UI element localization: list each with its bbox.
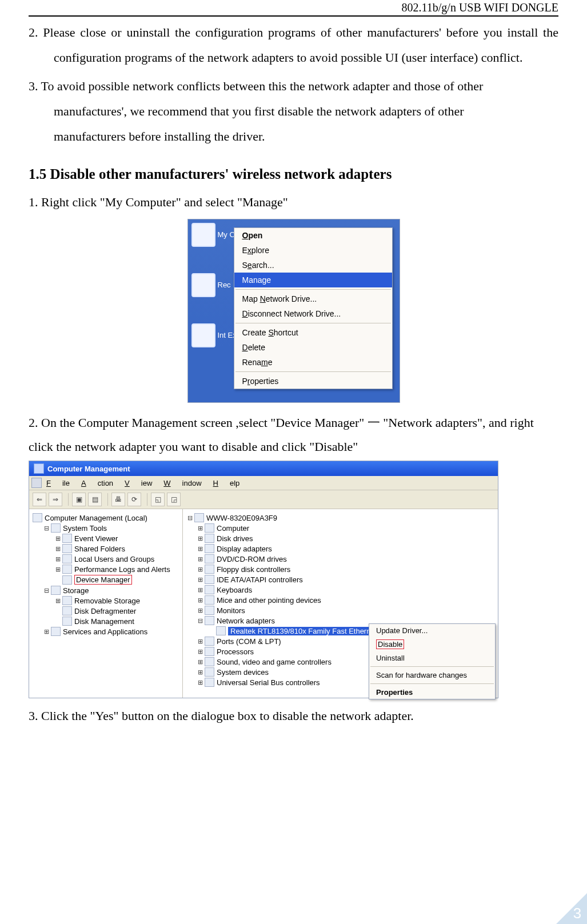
ctx-separator-2 [235,323,391,323]
tree-removable[interactable]: ⊞Removable Storage [31,595,180,606]
tree-defrag[interactable]: Disk Defragmenter [31,606,180,616]
toolbar-sep-2 [107,493,108,506]
cpu-icon [205,647,214,656]
monitor-icon [205,606,214,615]
window-title: Computer Management [47,465,130,473]
split-panes: Computer Management (Local) ⊟System Tool… [29,509,498,698]
tree-event-viewer[interactable]: ⊞Event Viewer [31,533,180,543]
rt-mice[interactable]: ⊞Mice and other pointing devices [185,595,496,605]
rt-floppy-label: Floppy disk controllers [217,565,290,574]
tree-root[interactable]: Computer Management (Local) [31,513,180,523]
nic-icon [216,626,226,635]
tree-perf-logs[interactable]: ⊞Performance Logs and Alerts [31,564,180,574]
ctx-explore[interactable]: Explore [234,243,392,258]
tool-button-a[interactable]: ◱ [151,493,165,506]
step-1: 1. Right click "My Computer" and select … [29,190,558,214]
ctx-separator-3 [235,371,391,372]
tree-system-tools[interactable]: ⊟System Tools [31,523,180,533]
system-menu-icon[interactable] [31,478,42,488]
paragraph-2: 2. Please close or uninstall the configu… [29,20,558,70]
ctx-open[interactable]: Open [234,228,392,243]
figure-device-manager: Computer Management File Action View Win… [29,461,498,698]
rt-ide[interactable]: ⊞IDE ATA/ATAPI controllers [185,574,496,585]
tree-services[interactable]: ⊞Services and Applications [31,626,180,637]
display-icon [205,544,214,553]
local-users-label: Local Users and Groups [74,555,154,563]
rt-root[interactable]: ⊟WWW-8320E09A3F9 [185,513,496,523]
step-2: 2. On the Computer Management screen ,se… [29,411,558,459]
rt-dvd[interactable]: ⊞DVD/CD-ROM drives [185,554,496,564]
shared-folders-icon [62,544,72,553]
rt-display[interactable]: ⊞Display adapters [185,543,496,554]
computer-icon [191,223,215,247]
ctx2-properties[interactable]: Properties [369,686,495,699]
rt-monitors-label: Monitors [217,606,245,615]
ctx-delete[interactable]: Delete [234,340,392,355]
para3-line3: manufacturers before installing the driv… [29,124,558,149]
desktop-icon-ie[interactable]: Int Ex [191,323,237,347]
back-button[interactable]: ⇐ [33,493,46,506]
rt-network-label: Network adapters [217,617,275,625]
tool-button-b[interactable]: ◲ [167,493,181,506]
up-button[interactable]: ▣ [72,493,86,506]
services-label: Services and Applications [63,627,147,636]
ctx2-update-driver[interactable]: Update Driver... [369,624,495,637]
refresh-button[interactable]: ⟳ [127,493,141,506]
ctx-properties[interactable]: Properties [234,374,392,389]
para3-line2: manufactures', we recommend that you fir… [29,99,558,124]
tree-diskmgmt[interactable]: Disk Management [31,616,180,626]
system-devices-icon [205,667,214,677]
rt-monitors[interactable]: ⊞Monitors [185,605,496,615]
menubar: File Action View Window Help [29,476,498,490]
rt-floppy[interactable]: ⊞Floppy disk controllers [185,564,496,574]
services-icon [51,627,61,636]
properties-button[interactable]: ▤ [88,493,102,506]
ctx2-disable[interactable]: Disable [369,637,495,651]
rt-usb-label: Universal Serial Bus controllers [217,678,320,687]
device-manager-icon [62,575,72,585]
desktop-icon-mycomputer[interactable]: My C [191,223,237,247]
ctx2-uninstall[interactable]: Uninstall [369,651,495,665]
tree-shared-folders[interactable]: ⊞Shared Folders [31,543,180,554]
event-viewer-label: Event Viewer [74,534,118,543]
recycle-icon [191,273,215,297]
rt-computer[interactable]: ⊞Computer [185,523,496,533]
diskmgmt-label: Disk Management [74,617,134,626]
disk-icon [205,534,214,543]
ctx-rename[interactable]: Rename [234,355,392,370]
ctx-create-shortcut[interactable]: Create Shortcut [234,325,392,340]
ports-icon [205,637,214,646]
desktop-icon-recycle[interactable]: Rec [191,273,237,297]
tree-storage[interactable]: ⊟Storage [31,585,180,595]
rt-computer-label: Computer [217,524,249,533]
menu-action[interactable]: Action [81,479,113,487]
ctx-search[interactable]: Search... [234,258,392,273]
rt-processors-label: Processors [217,647,254,656]
ctx2-scan[interactable]: Scan for hardware changes [369,669,495,682]
menu-view[interactable]: View [125,479,152,487]
ctx-manage[interactable]: Manage [234,273,392,287]
rt-disk[interactable]: ⊞Disk drives [185,533,496,543]
toolbar: ⇐ ⇒ ▣ ▤ 🖶 ⟳ ◱ ◲ [29,490,498,509]
computer-node-icon [205,523,214,533]
event-viewer-icon [62,534,72,543]
window-titlebar: Computer Management [29,461,498,476]
removable-icon [62,596,72,605]
ctx-map-drive[interactable]: Map Network Drive... [234,291,392,306]
ctx-disconnect-drive[interactable]: Disconnect Network Drive... [234,306,392,321]
print-button[interactable]: 🖶 [111,493,125,506]
menu-window[interactable]: Window [163,479,201,487]
menu-file[interactable]: File [46,479,70,487]
menu-help[interactable]: Help [213,479,240,487]
mouse-icon [205,595,214,605]
tree-local-users[interactable]: ⊞Local Users and Groups [31,554,180,564]
page-number-tab: 3 [556,893,587,924]
keyboard-icon [205,585,214,594]
computer-management-icon [33,513,42,522]
tree-root-label: Computer Management (Local) [45,514,147,522]
tree-device-manager[interactable]: Device Manager [31,574,180,585]
rt-keyboards[interactable]: ⊞Keyboards [185,585,496,595]
network-icon [205,616,214,625]
forward-button[interactable]: ⇒ [49,493,62,506]
para3-line1: 3. To avoid possible network conflicts b… [29,74,558,99]
